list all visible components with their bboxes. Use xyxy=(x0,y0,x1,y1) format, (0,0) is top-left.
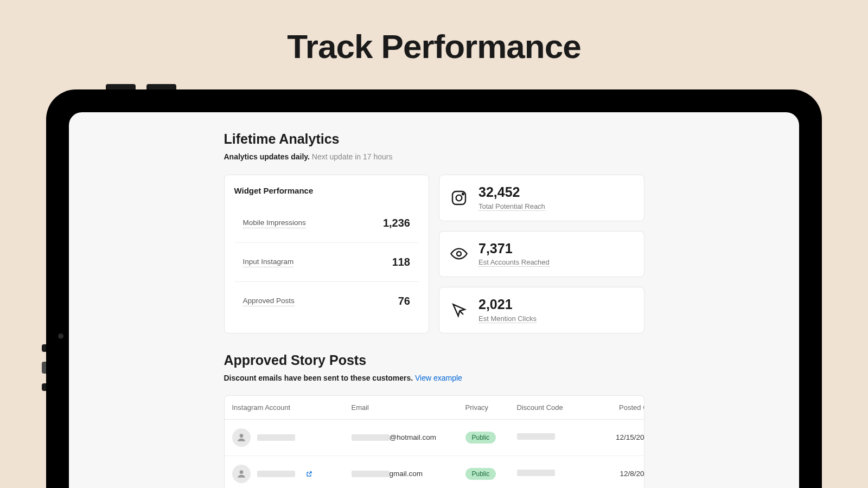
redacted-discount-code xyxy=(517,433,555,440)
widget-performance-card: Widget Performance Mobile Impressions 1,… xyxy=(224,175,430,333)
svg-point-1 xyxy=(456,195,462,201)
privacy-badge: Public xyxy=(465,432,496,444)
stat-card-total-reach: 32,452 Total Potential Reach xyxy=(439,175,644,221)
stat-value: 32,452 xyxy=(478,185,545,200)
avatar xyxy=(232,428,251,447)
svg-point-5 xyxy=(239,470,243,474)
approved-subtitle: Discount emails have been sent to these … xyxy=(224,374,644,382)
col-instagram-account: Instagram Account xyxy=(232,403,352,412)
widget-row-input-instagram: Input Instagram 118 xyxy=(234,243,419,282)
analytics-title: Lifetime Analytics xyxy=(224,131,644,147)
avatar xyxy=(232,465,251,483)
widget-row-mobile-impressions: Mobile Impressions 1,236 xyxy=(234,204,419,243)
widget-performance-title: Widget Performance xyxy=(234,186,419,195)
widget-value: 1,236 xyxy=(383,217,410,229)
stat-value: 7,371 xyxy=(478,241,550,256)
posted-date: 12/8/2021 xyxy=(590,470,644,478)
col-discount-code: Discount Code xyxy=(517,403,590,412)
approved-subtitle-text: Discount emails have been sent to these … xyxy=(224,374,413,382)
view-example-link[interactable]: View example xyxy=(415,374,462,382)
approved-title: Approved Story Posts xyxy=(224,352,644,368)
stat-card-mention-clicks: 2,021 Est Mention Clicks xyxy=(439,287,644,333)
privacy-badge: Public xyxy=(465,468,496,480)
analytics-subtitle-light: Next update in 17 hours xyxy=(312,152,393,161)
widget-label: Input Instagram xyxy=(243,258,294,267)
external-link-icon[interactable] xyxy=(306,471,312,477)
tablet-top-buttons xyxy=(106,84,176,89)
posted-date: 12/15/2021 xyxy=(590,433,644,441)
page-title: Track Performance xyxy=(0,0,868,66)
stat-label: Est Mention Clicks xyxy=(478,314,537,323)
stat-card-accounts-reached: 7,371 Est Accounts Reached xyxy=(439,231,644,278)
tablet-camera xyxy=(58,333,63,339)
instagram-icon xyxy=(450,189,468,207)
widget-value: 118 xyxy=(392,256,410,268)
redacted-discount-code xyxy=(517,470,555,476)
tablet-frame: Lifetime Analytics Analytics updates dai… xyxy=(46,89,822,488)
redacted-email-prefix xyxy=(352,471,390,477)
col-posted-on: Posted On xyxy=(590,403,644,412)
email-suffix: gmail.com xyxy=(390,470,423,478)
redacted-email-prefix xyxy=(352,434,390,441)
widget-row-approved-posts: Approved Posts 76 xyxy=(234,282,419,320)
widget-label: Mobile Impressions xyxy=(243,219,306,228)
table-row[interactable]: @hotmail.com Public 12/15/2021 xyxy=(225,420,644,456)
col-email: Email xyxy=(352,403,465,412)
analytics-subtitle-strong: Analytics updates daily. xyxy=(224,152,310,161)
svg-point-3 xyxy=(457,252,461,256)
tablet-side-buttons xyxy=(42,344,46,391)
table-header: Instagram Account Email Privacy Discount… xyxy=(225,396,644,420)
col-privacy: Privacy xyxy=(465,403,517,412)
stat-value: 2,021 xyxy=(478,297,537,312)
approved-table: Instagram Account Email Privacy Discount… xyxy=(224,395,644,489)
redacted-username xyxy=(257,434,295,441)
email-suffix: @hotmail.com xyxy=(390,433,436,441)
svg-point-2 xyxy=(462,193,464,195)
analytics-subtitle: Analytics updates daily. Next update in … xyxy=(224,152,644,161)
table-row[interactable]: gmail.com Public 12/8/2021 xyxy=(225,456,644,489)
tablet-screen: Lifetime Analytics Analytics updates dai… xyxy=(69,112,799,488)
widget-value: 76 xyxy=(398,295,410,307)
eye-icon xyxy=(450,245,468,262)
redacted-username xyxy=(257,471,295,477)
svg-point-4 xyxy=(239,434,243,438)
widget-label: Approved Posts xyxy=(243,297,295,306)
stat-label: Est Accounts Reached xyxy=(478,258,550,267)
stat-label: Total Potential Reach xyxy=(478,202,545,211)
cursor-icon xyxy=(450,301,468,319)
